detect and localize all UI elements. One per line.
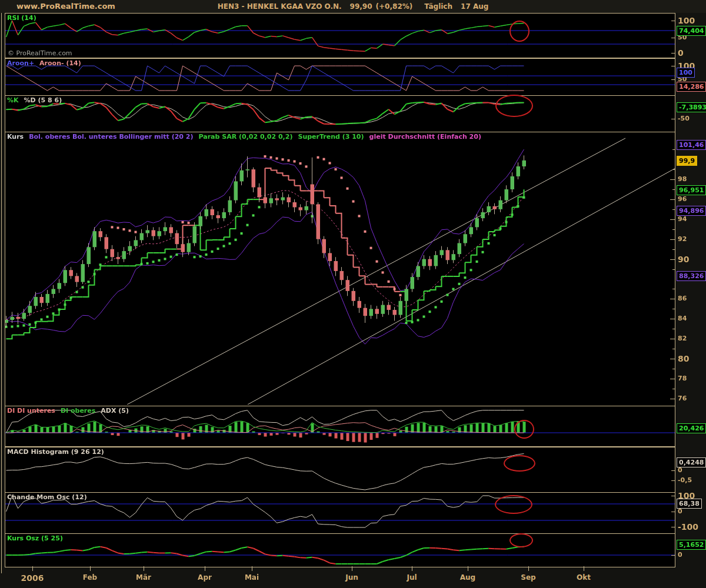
stoch-tick-label: -50 xyxy=(678,115,690,122)
stochastic-chart-canvas[interactable] xyxy=(5,96,675,131)
price-value-box: 94,896 xyxy=(677,206,706,216)
rsi-label-part[interactable]: RSI (14) xyxy=(7,14,36,22)
price-value-box: 99,9 xyxy=(677,156,697,166)
kursosz-tick-label: 0 xyxy=(678,551,682,559)
stoch-label-part[interactable]: %D (5 8 6) xyxy=(24,96,62,104)
price-minor-tick xyxy=(672,309,675,309)
price-tick-label: 96 xyxy=(678,195,687,203)
price-minor-tick xyxy=(672,389,675,389)
kurs-label-part[interactable]: SuperTrend (3 10) xyxy=(298,133,364,141)
month-label: Jun xyxy=(345,573,358,582)
highlight-ellipse-adx xyxy=(514,420,534,439)
price-tick xyxy=(670,259,675,260)
month-tick xyxy=(352,566,352,571)
price-tick-label: 78 xyxy=(678,375,687,382)
rsi-chart-canvas[interactable] xyxy=(5,14,675,56)
cmo-tick-label: -100 xyxy=(678,523,698,532)
aroon-value-box: 14,286 xyxy=(677,82,706,92)
price-tick xyxy=(670,319,675,319)
aroon-label: Aroon+Aroon- (14) xyxy=(7,59,86,67)
title-change-pct: (+0,82%) xyxy=(376,2,413,11)
rsi-tick xyxy=(671,38,675,38)
price-oscillator-canvas[interactable] xyxy=(5,534,675,566)
panel-aroon: Aroon+Aroon- (14) xyxy=(5,58,675,96)
title-date: 17 Aug xyxy=(461,2,488,11)
aroon-chart-canvas[interactable] xyxy=(5,59,675,94)
price-tick xyxy=(670,219,675,220)
price-tick xyxy=(670,339,675,339)
kurs-label-part[interactable]: Kurs xyxy=(7,133,24,141)
price-tick-label: 82 xyxy=(678,335,687,342)
kurs-label-part[interactable]: Parab SAR (0,02 0,02 0,2) xyxy=(198,133,292,141)
panel-macd: MACD Histogram (9 26 12) xyxy=(5,447,675,493)
price-minor-tick xyxy=(672,349,675,349)
price-tick xyxy=(670,359,675,359)
price-tick xyxy=(670,379,675,379)
adx-value-box: 20,426 xyxy=(677,423,706,433)
aroon-label-part[interactable]: Aroon+ xyxy=(7,59,34,67)
price-tick xyxy=(670,399,675,399)
price-tick-label: 94 xyxy=(678,215,687,223)
aroon-value-box: 100 xyxy=(677,68,695,78)
month-label: Feb xyxy=(83,573,97,582)
panel-stochastic: %K%D (5 8 6) xyxy=(5,95,675,132)
rsi-tick xyxy=(671,53,675,54)
month-tick xyxy=(468,566,468,571)
price-minor-tick xyxy=(672,269,675,270)
macd-label-part[interactable]: MACD Histogram (9 26 12) xyxy=(7,448,104,456)
title-symbol: HEN3 - HENKEL KGAA VZO O.N. xyxy=(218,2,342,11)
price-minor-tick xyxy=(672,189,675,190)
month-tick xyxy=(584,566,584,571)
macd-tick xyxy=(671,480,675,481)
month-tick xyxy=(32,566,33,571)
month-tick xyxy=(412,566,412,571)
price-minor-tick xyxy=(672,149,675,150)
adx-label-part[interactable]: DI oberes xyxy=(61,407,95,415)
price-tick-label: 84 xyxy=(678,315,687,322)
price-tick xyxy=(670,179,675,180)
cmo-tick xyxy=(671,527,675,527)
stoch-label-part[interactable]: %K xyxy=(7,96,19,104)
month-label: Jul xyxy=(407,573,417,582)
aroon-label-part[interactable]: Aroon- (14) xyxy=(39,59,81,67)
adx-label-part[interactable]: ADX (5) xyxy=(101,407,129,415)
stoch-value-box: -7,3893 xyxy=(677,102,706,112)
adx-label-part[interactable]: DI DI unteres xyxy=(7,407,55,415)
month-tick xyxy=(528,566,529,571)
price-tick-label: 76 xyxy=(678,395,687,402)
kurs-label-part[interactable]: gleit Durchschnitt (Einfach 20) xyxy=(369,133,481,141)
price-chart-legend: KursBol. oberes Bol. unteres Bollinger m… xyxy=(7,133,487,141)
price-minor-tick xyxy=(672,289,675,289)
month-label: Mai xyxy=(245,573,259,582)
price-minor-tick xyxy=(672,329,675,329)
highlight-ellipse-stoch xyxy=(495,95,533,117)
rsi-tick-label: 100 xyxy=(678,16,695,25)
price-value-box: 101,46 xyxy=(677,140,706,150)
panel-rsi: RSI (14) © ProRealTime.com xyxy=(5,13,675,58)
price-chart-canvas[interactable] xyxy=(5,132,675,405)
kurs-label-part[interactable]: Bol. oberes Bol. unteres Bollinger mitt … xyxy=(29,133,193,141)
cmo-label-part[interactable]: Chande Mom Osc (12) xyxy=(7,493,87,501)
month-tick xyxy=(252,566,252,571)
macd-tick xyxy=(671,470,675,471)
macd-label: MACD Histogram (9 26 12) xyxy=(7,448,109,456)
window-left-frame xyxy=(1,13,2,573)
month-tick xyxy=(205,566,205,571)
price-minor-tick xyxy=(672,169,675,170)
prorealtime-logo-link[interactable]: www.ProRealTime.com xyxy=(16,2,115,11)
kursosz-label-part[interactable]: Kurs Osz (5 25) xyxy=(7,534,63,542)
price-tick-label: 86 xyxy=(678,295,687,302)
kursosz-tick xyxy=(671,555,675,556)
instrument-title: HEN3 - HENKEL KGAA VZO O.N.99,90(+0,82%)… xyxy=(118,2,588,11)
panel-chande-momentum: Chande Mom Osc (12) xyxy=(5,492,675,534)
stochastic-label: %K%D (5 8 6) xyxy=(7,96,67,104)
price-value-box: 96,951 xyxy=(677,185,706,195)
month-tick xyxy=(144,566,144,571)
chande-chart-canvas[interactable] xyxy=(5,493,675,532)
month-label: 2006 xyxy=(21,573,44,583)
rsi-tick-label: 0 xyxy=(678,49,684,58)
prorealtime-chart-window: www.ProRealTime.com HEN3 - HENKEL KGAA V… xyxy=(0,0,706,588)
panel-adx: DI DI unteresDI oberesADX (5) xyxy=(5,406,675,447)
title-last-price: 99,90 xyxy=(350,2,372,11)
price-oscillator-label: Kurs Osz (5 25) xyxy=(7,534,68,542)
